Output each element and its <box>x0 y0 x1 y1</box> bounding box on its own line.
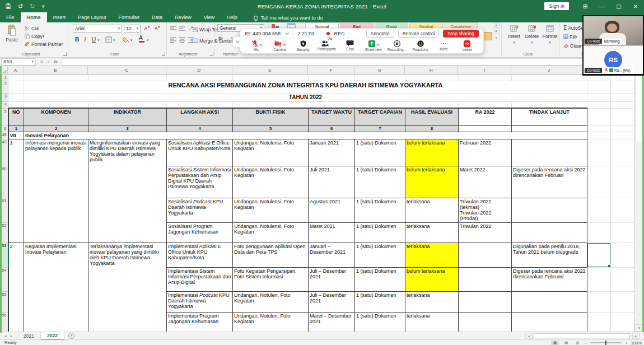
cut-button[interactable]: Cut <box>24 25 40 32</box>
tab-home[interactable]: Home <box>21 12 47 22</box>
cell[interactable] <box>611 102 634 108</box>
cell[interactable]: Implementasi Program Jagongan Kehumasan <box>167 312 233 332</box>
cell[interactable] <box>611 125 634 132</box>
cell[interactable]: 6 <box>309 125 355 132</box>
horizontal-scrollbar[interactable]: ◂ ▸ <box>525 333 640 339</box>
add-sheet-button[interactable]: + <box>68 333 74 339</box>
sheet-tab-2021[interactable]: 2021 <box>17 332 41 340</box>
row-header[interactable]: 55 <box>1 291 8 312</box>
cell[interactable] <box>587 132 611 139</box>
cell[interactable] <box>459 125 512 132</box>
cell[interactable] <box>611 75 634 81</box>
cell[interactable]: Undangan, Notulensi, Foto Kegiatan <box>233 222 309 243</box>
cell[interactable] <box>611 312 634 332</box>
cell[interactable] <box>459 102 512 108</box>
page-layout-view-icon[interactable]: ▤ <box>562 341 570 345</box>
cell[interactable]: 1 (satu) Dokumen <box>355 291 405 312</box>
formula-input[interactable] <box>62 58 642 66</box>
row-header[interactable]: 49 <box>1 139 8 166</box>
cell[interactable]: belum terlaksana <box>405 267 459 291</box>
cell[interactable] <box>167 102 233 108</box>
cell[interactable] <box>8 81 24 94</box>
vertical-align-buttons[interactable] <box>170 26 194 31</box>
section-no-cell[interactable]: VII <box>8 132 24 139</box>
cell[interactable]: Triwulan 2022 (tekmas) Triwulan 2022 (Pr… <box>459 198 512 222</box>
row-header[interactable]: 54 <box>1 267 8 291</box>
cell[interactable] <box>587 94 611 102</box>
delete-cells-button[interactable]: Delete▾ <box>524 25 540 45</box>
cell[interactable]: Agustus 2021 <box>309 198 355 222</box>
header-cell-ra[interactable]: RA 2022 <box>459 108 512 125</box>
row-header[interactable]: 4 <box>1 102 8 108</box>
cell[interactable]: terlaksana <box>405 243 459 267</box>
cell[interactable] <box>611 243 634 267</box>
cell[interactable]: Sosialisasi Podcast KPU Daerah Istimewa … <box>167 198 233 222</box>
cell[interactable]: Implementasi Sistem Informasi Perpustaka… <box>167 267 233 291</box>
font-size-combo[interactable]: 12▾ <box>124 25 141 32</box>
col-header-a[interactable]: A <box>8 66 24 74</box>
recording-button[interactable]: Recording... <box>385 40 408 52</box>
copy-button[interactable]: Copy▾ <box>24 32 45 40</box>
row-header[interactable]: 51 <box>1 198 8 222</box>
cell[interactable] <box>587 166 611 198</box>
scroll-right-icon[interactable]: ▸ <box>632 333 640 339</box>
cell[interactable] <box>512 198 587 222</box>
remote-control-button[interactable]: Remote control <box>398 30 440 38</box>
col-header-i[interactable]: I <box>458 66 511 74</box>
fill-color-dropdown[interactable]: ▾ <box>130 38 133 43</box>
cell[interactable] <box>8 102 24 108</box>
cell[interactable]: Undangan, Notulensi, Foto Kegiatan <box>233 139 309 166</box>
restore-button[interactable]: ▢ <box>610 0 627 12</box>
header-cell-langkah[interactable]: LANGKAH AKSI <box>167 108 233 125</box>
cell[interactable] <box>611 139 634 166</box>
col-header-c[interactable]: C <box>88 66 166 74</box>
selected-cell-K53[interactable] <box>587 243 611 267</box>
row-header[interactable]: 5 <box>1 108 8 125</box>
cell[interactable] <box>512 102 587 108</box>
cell[interactable]: Foto Kegiatan Pengarsipan, Foto Sistem I… <box>233 267 309 291</box>
cell[interactable] <box>24 102 88 108</box>
font-name-combo[interactable]: Arial▾ <box>73 25 122 32</box>
cell[interactable] <box>512 312 587 332</box>
video-tile-bambang[interactable]: Co-host Bambang <box>584 16 643 45</box>
cell[interactable] <box>512 222 587 243</box>
cell[interactable]: belum terlaksana <box>405 139 459 166</box>
cell[interactable]: 1 (satu) Dokumen <box>355 166 405 198</box>
cell[interactable]: Maret 2022 <box>459 166 512 198</box>
sheet-nav-right-icon[interactable]: ▸ <box>11 334 13 338</box>
tab-insert[interactable]: Insert <box>47 12 72 22</box>
row-header[interactable]: 48 <box>1 132 8 139</box>
camera-options-icon[interactable] <box>283 44 286 47</box>
cell[interactable]: Digunakan pada pemilu 2019, Tahun 2021 b… <box>512 243 587 267</box>
header-cell-evaluasi[interactable]: HASIL EVALUASI <box>405 108 459 125</box>
cell[interactable] <box>233 102 309 108</box>
enter-formula-icon[interactable]: ✓ <box>47 59 51 64</box>
cell[interactable] <box>88 75 167 81</box>
scroll-down-icon[interactable]: ▼ <box>634 324 644 332</box>
cell[interactable]: terlaksana <box>405 291 459 312</box>
cell[interactable] <box>459 312 512 332</box>
stop-sharing-button[interactable]: Stop sharing <box>443 30 479 38</box>
cell[interactable] <box>512 125 587 132</box>
cell[interactable]: Maret – Desember 2021 <box>309 312 355 332</box>
cell[interactable] <box>24 75 88 81</box>
row-header[interactable]: 1 <box>1 75 8 81</box>
row-header[interactable]: 50 <box>1 166 8 198</box>
tab-help[interactable]: Help <box>221 12 244 22</box>
row-header[interactable]: 2 <box>1 81 8 94</box>
cell[interactable]: Undangan, Notulen, Foto Kegiatan <box>233 312 309 332</box>
zoom-slider-knob[interactable] <box>605 341 606 345</box>
cell[interactable] <box>587 267 611 291</box>
format-cells-button[interactable]: Format▾ <box>542 25 558 45</box>
cell[interactable]: Sosialisasi Program Jagongan Kehumasan <box>167 222 233 243</box>
sign-in-button[interactable]: Sign in <box>544 2 569 10</box>
cell[interactable]: Sosialisasi Sistem Informasi Perpustakaa… <box>167 166 233 198</box>
tab-review[interactable]: Review <box>169 12 198 22</box>
save-icon[interactable] <box>6 3 11 9</box>
styles-scroll-buttons[interactable]: ▲ ▼ ▾ <box>493 22 500 40</box>
cell[interactable] <box>611 222 634 243</box>
cell[interactable]: Maret 2021 <box>309 222 355 243</box>
grow-font-button[interactable]: A▲ <box>143 25 151 32</box>
shrink-font-button[interactable]: A▼ <box>153 25 161 32</box>
cell[interactable] <box>611 198 634 222</box>
